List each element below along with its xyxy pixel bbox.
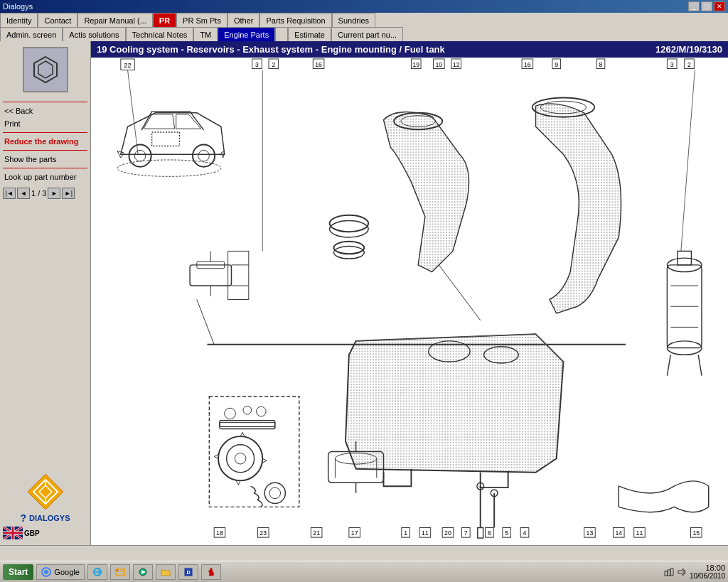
start-button[interactable]: Start xyxy=(3,564,33,580)
taskbar-google[interactable]: Google xyxy=(36,564,84,580)
tab-current-part[interactable]: Current part nu... xyxy=(331,27,403,41)
tab-parts-requisition[interactable]: Parts Requisition xyxy=(259,13,331,27)
page-title-bar: 19 Cooling system - Reservoirs - Exhaust… xyxy=(91,41,728,58)
divider-4 xyxy=(3,168,87,168)
start-label: Start xyxy=(9,567,28,577)
taskbar-java[interactable] xyxy=(201,564,221,580)
first-page-button[interactable]: |◄ xyxy=(3,188,16,199)
nav-row-1: Identity Contact Repair Manual (... PR P… xyxy=(0,13,728,27)
svg-text:7: 7 xyxy=(464,529,468,537)
language-label: GBP xyxy=(24,529,40,537)
tab-estimate[interactable]: Estimate xyxy=(288,27,331,41)
folder-icon xyxy=(161,567,171,577)
minimize-button[interactable]: _ xyxy=(688,1,700,11)
tab-engine-parts[interactable]: Engine Parts xyxy=(218,27,275,41)
print-link[interactable]: Print xyxy=(3,119,87,129)
taskbar-files[interactable] xyxy=(156,564,176,580)
title-bar: Dialogys _ □ ✕ xyxy=(0,0,728,13)
taskbar-explorer[interactable] xyxy=(110,564,130,580)
content-area: 19 Cooling system - Reservoirs - Exhaust… xyxy=(91,41,728,545)
dialogys-branding: ? DIALOGYS xyxy=(3,512,87,524)
hex-logo xyxy=(31,55,60,84)
show-parts-link[interactable]: Show the parts xyxy=(3,154,87,164)
divider-2 xyxy=(3,132,87,133)
svg-marker-1 xyxy=(38,61,53,78)
page-indicator: 1 / 3 xyxy=(31,189,46,198)
system-tray: 18:00 10/06/2010 xyxy=(664,564,725,580)
svg-text:6: 6 xyxy=(488,529,491,537)
svg-text:23: 23 xyxy=(259,529,267,537)
svg-text:3: 3 xyxy=(255,61,259,68)
prev-page-button[interactable]: ◄ xyxy=(17,188,30,199)
svg-text:10: 10 xyxy=(435,61,442,68)
svg-text:14: 14 xyxy=(615,529,622,537)
svg-text:16: 16 xyxy=(524,61,531,68)
lookup-part-link[interactable]: Look up part number xyxy=(3,172,87,182)
svg-text:2: 2 xyxy=(272,61,275,68)
svg-text:3: 3 xyxy=(670,61,674,68)
svg-text:18: 18 xyxy=(216,529,223,537)
tab-other[interactable]: Other xyxy=(228,13,260,27)
branding-area: ? DIALOGYS GBP xyxy=(3,473,87,539)
question-icon: ? xyxy=(20,512,26,524)
svg-rect-143 xyxy=(670,568,673,576)
volume-icon xyxy=(677,567,687,577)
svg-text:16: 16 xyxy=(315,61,322,68)
google-label: Google xyxy=(54,568,79,576)
reduce-drawing-link[interactable]: Reduce the drawing xyxy=(3,136,87,146)
back-link[interactable]: << Back xyxy=(3,106,87,116)
diagram-area[interactable]: 22 3 2 16 19 10 12 16 9 8 xyxy=(91,58,728,541)
svg-text:15: 15 xyxy=(692,529,700,537)
parts-diagram: 22 3 2 16 19 10 12 16 9 8 xyxy=(91,58,728,541)
page-title-text: 19 Cooling system - Reservoirs - Exhaust… xyxy=(97,44,445,55)
main-layout: << Back Print Reduce the drawing Show th… xyxy=(0,41,728,545)
svg-marker-144 xyxy=(678,568,683,576)
svg-point-136 xyxy=(117,569,118,571)
page-nav: |◄ ◄ 1 / 3 ► ►| xyxy=(3,188,87,199)
tab-admin[interactable]: Admin. screen xyxy=(0,27,63,41)
svg-text:13: 13 xyxy=(587,529,594,537)
svg-point-133 xyxy=(44,570,48,574)
svg-text:11: 11 xyxy=(422,529,429,537)
sidebar: << Back Print Reduce the drawing Show th… xyxy=(0,41,91,545)
svg-text:20: 20 xyxy=(444,529,451,537)
svg-text:19: 19 xyxy=(412,61,419,68)
close-button[interactable]: ✕ xyxy=(714,1,725,11)
tab-contact[interactable]: Contact xyxy=(38,13,77,27)
last-page-button[interactable]: ►| xyxy=(62,188,75,199)
svg-text:22: 22 xyxy=(124,61,132,69)
java-icon xyxy=(206,567,216,577)
uk-flag-icon xyxy=(3,527,23,539)
language-flag: GBP xyxy=(3,527,87,539)
nav-row-2: Admin. screen Actis solutions Technical … xyxy=(0,27,728,41)
bottom-bar xyxy=(0,545,728,561)
tab-actis[interactable]: Actis solutions xyxy=(63,27,125,41)
svg-rect-142 xyxy=(668,570,670,576)
tab-pr-sm-pts[interactable]: PR Sm Pts xyxy=(176,13,228,27)
tab-sundries[interactable]: Sundries xyxy=(332,13,375,27)
logo-box xyxy=(23,47,68,92)
next-page-button[interactable]: ► xyxy=(48,188,60,199)
taskbar-ie[interactable] xyxy=(87,564,107,580)
network-icon xyxy=(664,567,674,577)
dialogys-label: DIALOGYS xyxy=(29,514,70,522)
tab-pr[interactable]: PR xyxy=(153,13,176,27)
svg-text:12: 12 xyxy=(453,61,460,68)
tab-identity[interactable]: Identity xyxy=(0,13,38,27)
divider-3 xyxy=(3,150,87,151)
media-icon xyxy=(138,567,148,577)
time-display: 18:00 xyxy=(690,564,725,572)
svg-text:1: 1 xyxy=(404,529,407,537)
tab-tm[interactable]: TM xyxy=(193,27,218,41)
tab-technical-notes[interactable]: Technical Notes xyxy=(126,27,194,41)
svg-text:4: 4 xyxy=(523,529,527,537)
page-ref: 1262/M/19/3130 xyxy=(655,44,722,55)
tab-repair-manual[interactable]: Repair Manual (... xyxy=(77,13,152,27)
explorer-icon xyxy=(115,567,125,577)
svg-rect-141 xyxy=(665,571,668,576)
maximize-button[interactable]: □ xyxy=(701,1,712,11)
taskbar-app1[interactable]: D xyxy=(178,564,198,580)
tab-empty xyxy=(275,27,288,41)
taskbar-media[interactable] xyxy=(133,564,153,580)
fuel-tank xyxy=(346,334,563,487)
